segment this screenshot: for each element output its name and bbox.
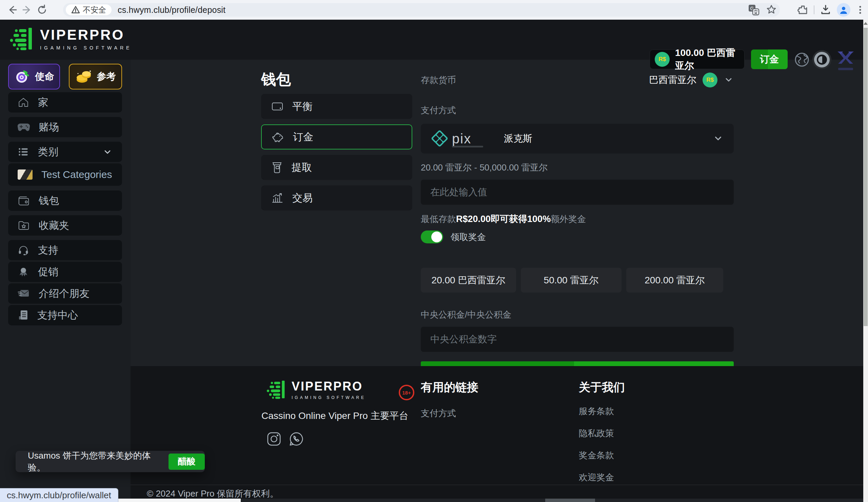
balance-pill[interactable]: R$ 100.00 巴西雷亚尔 xyxy=(650,50,745,69)
chevron-down-icon xyxy=(713,133,724,144)
tab-withdraw[interactable]: 提取 xyxy=(261,155,412,180)
footer-about-column: 关于我们 服务条款 隐私政策 奖金条款 欢迎奖金 xyxy=(579,380,625,483)
tab-balance[interactable]: 平衡 xyxy=(261,94,412,119)
balance-card-icon xyxy=(271,101,283,112)
balance-amount: 100.00 巴西雷亚尔 xyxy=(675,46,740,72)
site-header: VIPERPRO IGAMING SOFTWARE R$ 100.00 巴西雷亚… xyxy=(0,20,868,60)
quick-amount-button[interactable]: 200.00 雷亚尔 xyxy=(626,268,723,293)
quick-amount-button[interactable]: 20.00 巴西雷亚尔 xyxy=(421,268,516,293)
payment-method-dropdown[interactable]: pix 派克斯 xyxy=(421,124,734,154)
downloads-icon[interactable] xyxy=(820,4,831,15)
security-warning-icon xyxy=(71,6,80,14)
category-list-icon xyxy=(18,146,29,158)
sidebar-item-casino[interactable]: 赌场 xyxy=(8,117,122,137)
cookie-text: Usamos 饼干为您带来美妙的体验。 xyxy=(28,450,160,473)
age-18-badge: 18+ xyxy=(399,385,414,400)
headset-icon xyxy=(18,244,29,256)
scroll-up-arrow-icon[interactable] xyxy=(863,20,868,27)
sidebar: 使命 参考 家 赌场 类别 xyxy=(0,60,131,502)
browser-reload-icon[interactable] xyxy=(34,2,50,17)
security-chip[interactable]: 不安全 xyxy=(66,4,112,15)
theme-toggle-icon[interactable] xyxy=(814,52,830,67)
footer-links-title: 有用的链接 xyxy=(421,380,478,395)
footer-link-welcome-bonus[interactable]: 欢迎奖金 xyxy=(579,471,625,483)
sidebar-item-support[interactable]: 支持 xyxy=(8,240,122,260)
vertical-scrollbar-thumb[interactable] xyxy=(864,28,868,326)
address-bar[interactable]: 不安全 cs.hwym.club/profile/deposit G xyxy=(63,3,780,17)
currency-badge-icon: R$ xyxy=(703,73,717,87)
wallet-icon xyxy=(18,195,30,206)
mission-button[interactable]: 使命 xyxy=(8,64,60,90)
bonus-toggle-label: 领取奖金 xyxy=(451,231,486,243)
payment-method-label: 支付方式 xyxy=(421,104,734,116)
cpf-input[interactable] xyxy=(421,327,734,352)
screen: 不安全 cs.hwym.club/profile/deposit G xyxy=(0,0,868,502)
brand-subtitle: IGAMING SOFTWARE xyxy=(40,45,132,51)
browser-back-icon[interactable] xyxy=(5,2,20,17)
piggy-bank-icon xyxy=(271,132,284,142)
pix-icon xyxy=(431,130,448,147)
deposit-form: 存款货币 巴西雷亚尔 R$ 支付方式 pix 派克斯 20 xyxy=(421,73,734,382)
currency-select[interactable]: 巴西雷亚尔 R$ xyxy=(649,73,734,87)
header-deposit-button[interactable]: 订金 xyxy=(751,50,788,69)
currency-badge-icon: R$ xyxy=(655,52,670,67)
brand-name: VIPERPRO xyxy=(40,27,132,43)
tab-deposit[interactable]: 订金 xyxy=(261,124,412,149)
footer-link-payment-methods[interactable]: 支付方式 xyxy=(421,407,478,419)
payment-method-name: 派克斯 xyxy=(504,132,532,145)
extensions-icon[interactable] xyxy=(797,4,808,15)
toolbar-divider xyxy=(814,6,814,14)
horizontal-scrollbar[interactable] xyxy=(0,499,868,502)
footer-link-bonus-terms[interactable]: 奖金条款 xyxy=(579,449,625,461)
vertical-scrollbar[interactable] xyxy=(863,20,868,502)
security-label: 不安全 xyxy=(83,5,106,15)
sidebar-item-categories[interactable]: 类别 xyxy=(8,142,122,162)
wallet-tabs: 平衡 订金 提取 交易 xyxy=(261,94,412,210)
atm-icon xyxy=(271,162,283,173)
footer-brand-subtitle: IGAMING SOFTWARE xyxy=(292,395,366,400)
footer-links-column: 有用的链接 支付方式 xyxy=(421,380,478,419)
site-footer: VIPERPRO IGAMING SOFTWARE Cassino Online… xyxy=(131,366,868,485)
sidebar-item-refer-friend[interactable]: 介绍个朋友 xyxy=(8,283,122,304)
pix-wordmark: pix xyxy=(452,133,483,144)
bookmark-star-icon[interactable] xyxy=(766,4,777,15)
language-globe-icon[interactable] xyxy=(794,52,810,67)
cookie-banner: Usamos 饼干为您带来美妙的体验。 醋酸 xyxy=(16,451,205,472)
whatsapp-icon[interactable] xyxy=(289,431,304,447)
transactions-chart-icon xyxy=(271,192,283,203)
url-text[interactable]: cs.hwym.club/profile/deposit xyxy=(118,5,226,15)
footer-link-terms[interactable]: 服务条款 xyxy=(579,405,625,417)
instagram-icon[interactable] xyxy=(266,431,282,447)
page-title: 钱包 xyxy=(261,70,291,90)
site-logo[interactable]: VIPERPRO IGAMING SOFTWARE xyxy=(9,26,132,52)
cookie-accept-button[interactable]: 醋酸 xyxy=(168,453,205,470)
home-icon xyxy=(18,97,29,108)
sidebar-item-favorites[interactable]: 收藏夹 xyxy=(8,215,122,236)
quick-amounts: 20.00 巴西雷亚尔 50.00 雷亚尔 200.00 雷亚尔 xyxy=(421,268,734,293)
gamepad-icon xyxy=(18,122,30,132)
sidebar-item-wallet[interactable]: 钱包 xyxy=(8,190,122,211)
browser-forward-icon[interactable] xyxy=(20,2,34,17)
sidebar-item-promotions[interactable]: 促销 xyxy=(8,262,122,282)
translate-icon[interactable]: G xyxy=(748,4,760,15)
sidebar-item-help-center[interactable]: 支持中心 xyxy=(8,305,122,325)
reference-button[interactable]: 参考 xyxy=(69,64,122,90)
status-bar-url: cs.hwym.club/profile/wallet xyxy=(0,488,118,502)
amount-input[interactable] xyxy=(421,180,734,205)
footer-tagline: Cassino Online Viper Pro 主要平台 xyxy=(261,409,409,422)
sidebar-nav: 家 赌场 类别 Test Categories 钱包 收藏夹 xyxy=(8,92,122,330)
quick-amount-button[interactable]: 50.00 雷亚尔 xyxy=(521,268,621,293)
browser-profile-avatar[interactable] xyxy=(837,3,850,17)
sidebar-item-test-categories[interactable]: Test Categories xyxy=(8,164,122,186)
tab-transactions[interactable]: 交易 xyxy=(261,186,412,210)
envelope-send-icon xyxy=(18,289,30,299)
footer-logo: VIPERPRO IGAMING SOFTWARE xyxy=(266,379,366,400)
browser-menu-icon[interactable] xyxy=(856,5,865,15)
brand-logo-icon xyxy=(9,26,34,52)
footer-link-privacy[interactable]: 隐私政策 xyxy=(579,427,625,439)
sidebar-item-home[interactable]: 家 xyxy=(8,92,122,113)
bonus-toggle[interactable] xyxy=(421,230,443,243)
copyright-text: © 2024 Viper Pro 保留所有权利。 xyxy=(147,488,279,500)
brand-logo-icon xyxy=(266,379,287,400)
test-categories-thumbnail-icon xyxy=(18,169,32,180)
